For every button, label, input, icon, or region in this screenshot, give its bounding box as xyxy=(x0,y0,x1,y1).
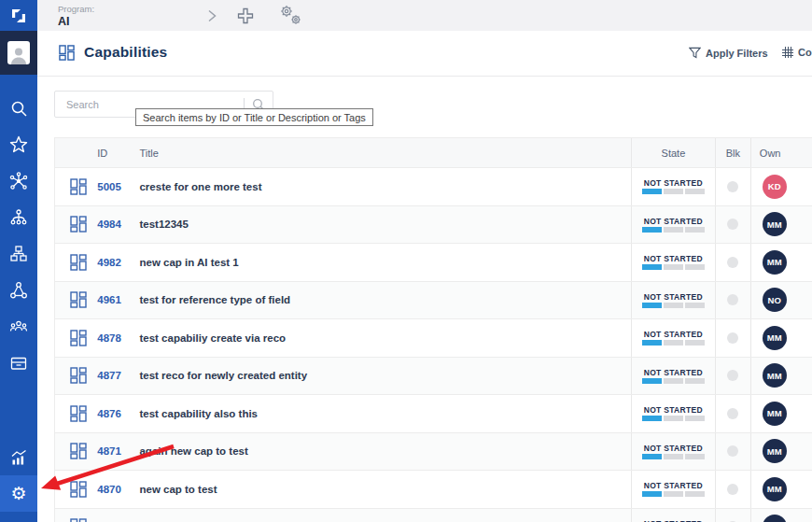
apply-filters-button[interactable]: Apply Filters xyxy=(689,47,768,59)
col-header-title[interactable]: Title xyxy=(131,138,631,167)
col-header-state[interactable]: State xyxy=(631,138,715,167)
row-title: test capability also this xyxy=(139,408,258,419)
owner-avatar[interactable]: MM xyxy=(763,477,787,501)
table-row[interactable]: 5005 creste for one more test NOT STARTE… xyxy=(55,167,812,205)
search-tooltip: Search items by ID or Title or Descripti… xyxy=(135,108,373,126)
sidebar-item-backlog[interactable] xyxy=(0,345,37,381)
network-hub-icon xyxy=(9,172,28,190)
chevron-right-icon xyxy=(205,8,218,23)
sidebar-item-hierarchy[interactable] xyxy=(0,199,37,235)
state-badge: NOT STARTED xyxy=(642,481,705,497)
state-label: NOT STARTED xyxy=(644,217,703,226)
row-id-link[interactable]: 5005 xyxy=(97,181,121,192)
progress-bar xyxy=(642,491,705,497)
row-id-link[interactable]: 4876 xyxy=(97,408,121,419)
breadcrumb-chevron xyxy=(205,0,218,31)
blocked-indicator[interactable] xyxy=(727,332,738,344)
col-header-owner[interactable]: Own xyxy=(750,138,812,167)
table-row[interactable]: 4870 new cap to test NOT STARTED MM xyxy=(55,470,812,508)
owner-avatar[interactable]: MM xyxy=(763,326,787,350)
capability-grid-icon xyxy=(70,330,87,346)
owner-avatar[interactable]: MM xyxy=(763,439,787,463)
settings-gears-button[interactable] xyxy=(274,0,306,31)
col-header-id[interactable]: ID xyxy=(92,138,131,167)
capability-grid-icon xyxy=(70,405,87,422)
progress-bar xyxy=(642,416,705,421)
app-logo[interactable] xyxy=(0,0,37,31)
row-id-link[interactable]: 4877 xyxy=(97,370,121,381)
columns-button[interactable]: Colu xyxy=(782,47,812,58)
progress-bar xyxy=(642,303,705,308)
blocked-indicator[interactable] xyxy=(727,219,738,230)
capability-grid-icon xyxy=(70,178,87,195)
sidebar-item-search[interactable] xyxy=(0,90,37,126)
state-badge: NOT STARTED xyxy=(642,217,705,233)
table-row[interactable]: 4961 test for reference type of field NO… xyxy=(55,281,812,319)
sidebar-item-reports[interactable] xyxy=(0,439,37,475)
sidebar-item-settings[interactable]: ⚙ xyxy=(0,475,37,512)
row-title: test12345 xyxy=(139,219,188,230)
state-badge: NOT STARTED xyxy=(642,178,705,194)
table-row[interactable]: 4871 again new cap to test NOT STARTED M… xyxy=(55,432,812,471)
state-badge: NOT STARTED xyxy=(642,368,705,384)
owner-avatar[interactable] xyxy=(763,515,787,522)
state-label: NOT STARTED xyxy=(644,292,703,302)
owner-avatar[interactable]: NO xyxy=(763,288,787,312)
state-badge: NOT STARTED xyxy=(642,330,705,346)
row-id-link[interactable]: 4982 xyxy=(97,257,121,268)
app-logo-icon xyxy=(9,7,28,25)
page-header: Capabilities Apply Filters Colu xyxy=(37,31,812,77)
table-row[interactable]: 4982 new cap in AI test 1 NOT STARTED MM xyxy=(55,243,812,281)
sidebar: ⚙ xyxy=(0,0,37,522)
blocked-indicator[interactable] xyxy=(727,408,738,419)
capability-grid-icon xyxy=(70,518,87,522)
state-label: NOT STARTED xyxy=(644,368,703,377)
blocked-indicator[interactable] xyxy=(727,181,738,192)
sidebar-item-relations[interactable] xyxy=(0,272,37,308)
blocked-indicator[interactable] xyxy=(727,294,738,305)
search-icon xyxy=(9,99,28,118)
table-row[interactable]: 4984 test12345 NOT STARTED MM xyxy=(55,205,812,244)
col-header-blk[interactable]: Blk xyxy=(715,138,750,167)
blocked-indicator[interactable] xyxy=(727,484,738,495)
row-id-link[interactable]: 4878 xyxy=(97,332,121,344)
owner-avatar[interactable]: MM xyxy=(763,363,787,388)
progress-bar xyxy=(642,189,705,194)
sidebar-item-organization[interactable] xyxy=(0,235,37,272)
row-id-link[interactable]: 4961 xyxy=(97,294,121,305)
state-badge: NOT STARTED xyxy=(642,292,705,308)
owner-avatar[interactable]: MM xyxy=(763,402,787,426)
row-id-link[interactable]: 4870 xyxy=(97,484,121,495)
table-row[interactable]: 4878 test capabiliy create via reco NOT … xyxy=(55,318,812,357)
state-label: NOT STARTED xyxy=(644,444,703,453)
blocked-indicator[interactable] xyxy=(727,257,738,268)
owner-avatar[interactable]: MM xyxy=(763,212,787,236)
row-title: test capabiliy create via reco xyxy=(139,332,286,344)
table-row[interactable]: 4876 test capability also this NOT START… xyxy=(55,394,812,432)
row-id-link[interactable]: 4871 xyxy=(97,445,121,457)
avatar-placeholder-icon xyxy=(7,41,30,64)
gear-icon: ⚙ xyxy=(10,485,26,502)
user-avatar[interactable] xyxy=(0,31,37,75)
table-row[interactable]: 4877 test reco for newly created entity … xyxy=(55,357,812,395)
sidebar-item-network[interactable] xyxy=(0,162,37,199)
blocked-indicator[interactable] xyxy=(727,370,738,381)
sidebar-item-favorites[interactable] xyxy=(0,126,37,162)
bar-chart-icon xyxy=(9,448,28,467)
blocked-indicator[interactable] xyxy=(727,445,738,457)
state-badge: NOT STARTED xyxy=(642,405,705,421)
owner-avatar[interactable]: MM xyxy=(763,250,787,275)
owner-avatar[interactable]: KD xyxy=(763,175,787,199)
table-row[interactable]: NOT STARTED xyxy=(55,508,812,522)
capabilities-grid-icon xyxy=(59,45,75,61)
sidebar-item-people[interactable] xyxy=(0,308,37,345)
state-label: NOT STARTED xyxy=(644,178,703,188)
star-icon xyxy=(9,135,28,154)
state-badge: NOT STARTED xyxy=(642,254,705,270)
row-id-link[interactable]: 4984 xyxy=(97,219,121,230)
main-content: Capabilities Apply Filters Colu Search i… xyxy=(37,31,812,522)
page-title: Capabilities xyxy=(84,44,167,61)
capability-grid-icon xyxy=(70,216,87,233)
funnel-icon xyxy=(689,47,701,59)
add-button[interactable] xyxy=(237,0,254,31)
